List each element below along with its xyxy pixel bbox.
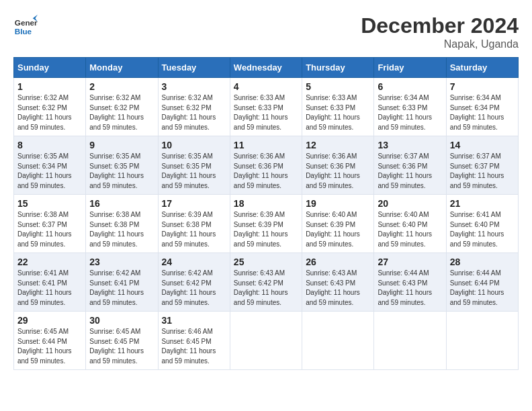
day-header-friday: Friday (374, 58, 446, 78)
day-info: Sunrise: 6:45 AMSunset: 6:44 PMDaylight:… (17, 327, 82, 366)
day-info: Sunrise: 6:34 AMSunset: 6:33 PMDaylight:… (378, 93, 442, 132)
day-info: Sunrise: 6:35 AMSunset: 6:34 PMDaylight:… (17, 152, 82, 191)
day-info: Sunrise: 6:32 AMSunset: 6:32 PMDaylight:… (89, 93, 154, 132)
calendar-cell: 20Sunrise: 6:40 AMSunset: 6:40 PMDayligh… (374, 195, 446, 253)
header-row: SundayMondayTuesdayWednesdayThursdayFrid… (14, 58, 519, 78)
calendar-cell: 29Sunrise: 6:45 AMSunset: 6:44 PMDayligh… (14, 312, 86, 370)
day-number: 30 (89, 315, 154, 326)
calendar-cell: 26Sunrise: 6:43 AMSunset: 6:43 PMDayligh… (302, 253, 374, 312)
day-number: 14 (450, 140, 515, 150)
month-title: December 2024 (361, 13, 519, 38)
day-info: Sunrise: 6:37 AMSunset: 6:37 PMDaylight:… (450, 152, 515, 191)
day-number: 13 (378, 140, 442, 150)
calendar-cell: 27Sunrise: 6:44 AMSunset: 6:43 PMDayligh… (374, 253, 446, 312)
day-number: 3 (162, 81, 226, 92)
day-info: Sunrise: 6:40 AMSunset: 6:40 PMDaylight:… (378, 210, 442, 249)
calendar-cell: 17Sunrise: 6:39 AMSunset: 6:38 PMDayligh… (158, 195, 230, 253)
week-row-5: 29Sunrise: 6:45 AMSunset: 6:44 PMDayligh… (14, 312, 519, 370)
day-info: Sunrise: 6:37 AMSunset: 6:36 PMDaylight:… (378, 152, 442, 191)
calendar-cell: 19Sunrise: 6:40 AMSunset: 6:39 PMDayligh… (302, 195, 374, 253)
calendar-cell: 15Sunrise: 6:38 AMSunset: 6:37 PMDayligh… (14, 195, 86, 253)
day-number: 25 (234, 257, 298, 267)
day-number: 24 (162, 257, 226, 267)
day-number: 16 (89, 198, 154, 209)
day-info: Sunrise: 6:38 AMSunset: 6:38 PMDaylight:… (89, 210, 154, 249)
title-block: December 2024 Napak, Uganda (361, 13, 519, 50)
calendar-cell: 11Sunrise: 6:36 AMSunset: 6:36 PMDayligh… (230, 136, 302, 195)
day-number: 20 (378, 198, 442, 209)
day-number: 11 (234, 140, 298, 150)
day-number: 31 (162, 315, 226, 326)
day-info: Sunrise: 6:36 AMSunset: 6:36 PMDaylight:… (234, 152, 298, 191)
calendar-cell: 7Sunrise: 6:34 AMSunset: 6:34 PMDaylight… (446, 78, 518, 136)
calendar-cell (446, 312, 518, 370)
day-info: Sunrise: 6:46 AMSunset: 6:45 PMDaylight:… (162, 327, 226, 366)
day-number: 21 (450, 198, 515, 209)
logo: General Blue (13, 13, 38, 38)
day-number: 26 (306, 257, 370, 267)
day-number: 29 (17, 315, 82, 326)
day-number: 15 (17, 198, 82, 209)
day-number: 5 (306, 81, 370, 92)
day-info: Sunrise: 6:33 AMSunset: 6:33 PMDaylight:… (306, 93, 370, 132)
day-number: 22 (17, 257, 82, 267)
calendar-cell: 12Sunrise: 6:36 AMSunset: 6:36 PMDayligh… (302, 136, 374, 195)
day-info: Sunrise: 6:40 AMSunset: 6:39 PMDaylight:… (306, 210, 370, 249)
week-row-4: 22Sunrise: 6:41 AMSunset: 6:41 PMDayligh… (14, 253, 519, 312)
day-header-tuesday: Tuesday (158, 58, 230, 78)
day-info: Sunrise: 6:41 AMSunset: 6:40 PMDaylight:… (450, 210, 515, 249)
day-number: 23 (89, 257, 154, 267)
day-info: Sunrise: 6:43 AMSunset: 6:42 PMDaylight:… (234, 269, 298, 308)
calendar-cell: 16Sunrise: 6:38 AMSunset: 6:38 PMDayligh… (86, 195, 158, 253)
day-info: Sunrise: 6:32 AMSunset: 6:32 PMDaylight:… (17, 93, 82, 132)
calendar-cell: 23Sunrise: 6:42 AMSunset: 6:41 PMDayligh… (86, 253, 158, 312)
calendar-cell: 1Sunrise: 6:32 AMSunset: 6:32 PMDaylight… (14, 78, 86, 136)
day-number: 6 (378, 81, 442, 92)
day-info: Sunrise: 6:33 AMSunset: 6:33 PMDaylight:… (234, 93, 298, 132)
day-info: Sunrise: 6:36 AMSunset: 6:36 PMDaylight:… (306, 152, 370, 191)
calendar-cell: 22Sunrise: 6:41 AMSunset: 6:41 PMDayligh… (14, 253, 86, 312)
calendar-cell: 21Sunrise: 6:41 AMSunset: 6:40 PMDayligh… (446, 195, 518, 253)
day-number: 27 (378, 257, 442, 267)
day-header-saturday: Saturday (446, 58, 518, 78)
calendar-cell: 18Sunrise: 6:39 AMSunset: 6:39 PMDayligh… (230, 195, 302, 253)
calendar-cell: 2Sunrise: 6:32 AMSunset: 6:32 PMDaylight… (86, 78, 158, 136)
calendar-cell (230, 312, 302, 370)
day-info: Sunrise: 6:42 AMSunset: 6:41 PMDaylight:… (89, 269, 154, 308)
week-row-2: 8Sunrise: 6:35 AMSunset: 6:34 PMDaylight… (14, 136, 519, 195)
day-info: Sunrise: 6:43 AMSunset: 6:43 PMDaylight:… (306, 269, 370, 308)
calendar-cell: 13Sunrise: 6:37 AMSunset: 6:36 PMDayligh… (374, 136, 446, 195)
day-info: Sunrise: 6:38 AMSunset: 6:37 PMDaylight:… (17, 210, 82, 249)
calendar-cell: 25Sunrise: 6:43 AMSunset: 6:42 PMDayligh… (230, 253, 302, 312)
calendar-cell: 30Sunrise: 6:45 AMSunset: 6:45 PMDayligh… (86, 312, 158, 370)
page-header: General Blue December 2024 Napak, Uganda (13, 13, 519, 50)
calendar-cell: 28Sunrise: 6:44 AMSunset: 6:44 PMDayligh… (446, 253, 518, 312)
location: Napak, Uganda (361, 38, 519, 50)
day-number: 12 (306, 140, 370, 150)
calendar-cell: 8Sunrise: 6:35 AMSunset: 6:34 PMDaylight… (14, 136, 86, 195)
day-number: 8 (17, 140, 82, 150)
calendar-cell: 14Sunrise: 6:37 AMSunset: 6:37 PMDayligh… (446, 136, 518, 195)
calendar-cell (302, 312, 374, 370)
day-number: 1 (17, 81, 82, 92)
calendar-cell: 4Sunrise: 6:33 AMSunset: 6:33 PMDaylight… (230, 78, 302, 136)
calendar-table: SundayMondayTuesdayWednesdayThursdayFrid… (13, 57, 519, 370)
day-info: Sunrise: 6:35 AMSunset: 6:35 PMDaylight:… (89, 152, 154, 191)
calendar-cell: 5Sunrise: 6:33 AMSunset: 6:33 PMDaylight… (302, 78, 374, 136)
logo-icon: General Blue (13, 13, 38, 38)
day-info: Sunrise: 6:35 AMSunset: 6:35 PMDaylight:… (162, 152, 226, 191)
day-info: Sunrise: 6:44 AMSunset: 6:43 PMDaylight:… (378, 269, 442, 308)
day-number: 2 (89, 81, 154, 92)
day-number: 17 (162, 198, 226, 209)
calendar-cell: 24Sunrise: 6:42 AMSunset: 6:42 PMDayligh… (158, 253, 230, 312)
day-info: Sunrise: 6:39 AMSunset: 6:38 PMDaylight:… (162, 210, 226, 249)
svg-text:Blue: Blue (15, 27, 32, 36)
day-info: Sunrise: 6:32 AMSunset: 6:32 PMDaylight:… (162, 93, 226, 132)
day-header-thursday: Thursday (302, 58, 374, 78)
calendar-cell: 31Sunrise: 6:46 AMSunset: 6:45 PMDayligh… (158, 312, 230, 370)
calendar-cell (374, 312, 446, 370)
calendar-cell: 10Sunrise: 6:35 AMSunset: 6:35 PMDayligh… (158, 136, 230, 195)
calendar-cell: 6Sunrise: 6:34 AMSunset: 6:33 PMDaylight… (374, 78, 446, 136)
day-header-wednesday: Wednesday (230, 58, 302, 78)
day-info: Sunrise: 6:45 AMSunset: 6:45 PMDaylight:… (89, 327, 154, 366)
